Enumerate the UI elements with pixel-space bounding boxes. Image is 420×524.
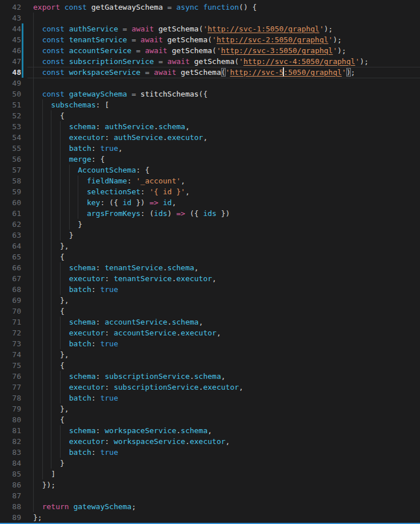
gutter[interactable]: 44 — [0, 23, 33, 34]
gutter[interactable]: 77 — [0, 382, 33, 393]
line-number[interactable]: 87 — [0, 490, 21, 501]
gutter[interactable]: 64 — [0, 241, 33, 251]
code-content[interactable]: }); — [33, 479, 420, 490]
code-content[interactable]: batch: true, — [33, 143, 420, 154]
code-line-75[interactable]: 75 { — [0, 360, 420, 371]
code-line-73[interactable]: 73 batch: true — [0, 338, 420, 349]
code-content[interactable] — [33, 490, 420, 501]
code-content[interactable]: ] — [33, 469, 420, 479]
line-number[interactable]: 74 — [0, 349, 21, 360]
code-content[interactable]: batch: true — [33, 393, 420, 403]
gutter[interactable]: 74 — [0, 349, 33, 360]
code-line-58[interactable]: 58 fieldName: '_account', — [0, 175, 420, 186]
code-line-86[interactable]: 86 }); — [0, 479, 420, 490]
gutter[interactable]: 50 — [0, 89, 33, 99]
code-content[interactable]: const workspaceService = await getSchema… — [33, 67, 420, 78]
code-line-46[interactable]: 46 const accountService = await getSchem… — [0, 45, 420, 56]
code-content[interactable]: executor: authService.executor, — [33, 132, 420, 143]
code-content[interactable]: schema: subscriptionService.schema, — [33, 371, 420, 382]
code-line-85[interactable]: 85 ] — [0, 469, 420, 479]
gutter[interactable]: 71 — [0, 317, 33, 327]
code-line-68[interactable]: 68 batch: true — [0, 284, 420, 295]
line-number[interactable]: 65 — [0, 251, 21, 262]
code-line-74[interactable]: 74 }, — [0, 349, 420, 360]
gutter[interactable]: 76 — [0, 371, 33, 382]
line-number[interactable]: 55 — [0, 143, 21, 154]
code-line-49[interactable]: 49 — [0, 78, 420, 89]
code-content[interactable]: schema: tenantService.schema, — [33, 262, 420, 273]
gutter[interactable]: 54 — [0, 132, 33, 143]
code-content[interactable]: executor: subscriptionService.executor, — [33, 382, 420, 393]
code-line-67[interactable]: 67 executor: tenantService.executor, — [0, 273, 420, 284]
code-content[interactable]: batch: true — [33, 284, 420, 295]
line-number[interactable]: 70 — [0, 306, 21, 317]
line-number[interactable]: 51 — [0, 99, 21, 110]
code-line-53[interactable]: 53 schema: authService.schema, — [0, 121, 420, 132]
code-content[interactable]: export const getGatewaySchema = async fu… — [33, 2, 420, 13]
gutter[interactable]: 85 — [0, 469, 33, 479]
gutter[interactable]: 72 — [0, 327, 33, 338]
code-line-47[interactable]: 47 const subscriptionService = await get… — [0, 56, 420, 67]
code-content[interactable]: const accountService = await getSchema('… — [33, 45, 420, 56]
line-number[interactable]: 48 — [0, 67, 21, 78]
code-line-64[interactable]: 64 }, — [0, 241, 420, 251]
gutter[interactable]: 79 — [0, 403, 33, 414]
line-number[interactable]: 72 — [0, 327, 21, 338]
line-number[interactable]: 58 — [0, 175, 21, 186]
line-number[interactable]: 67 — [0, 273, 21, 284]
line-number[interactable]: 46 — [0, 45, 21, 56]
gutter[interactable]: 84 — [0, 458, 33, 469]
code-content[interactable]: { — [33, 414, 420, 425]
code-content[interactable]: }, — [33, 403, 420, 414]
code-content[interactable]: subschemas: [ — [33, 99, 420, 110]
code-content[interactable]: schema: authService.schema, — [33, 121, 420, 132]
line-number[interactable]: 54 — [0, 132, 21, 143]
code-line-84[interactable]: 84 } — [0, 458, 420, 469]
line-number[interactable]: 57 — [0, 165, 21, 175]
code-line-50[interactable]: 50 const gatewaySchema = stitchSchemas({ — [0, 89, 420, 99]
gutter[interactable]: 62 — [0, 219, 33, 230]
code-line-59[interactable]: 59 selectionSet: '{ id }', — [0, 186, 420, 197]
code-content[interactable]: fieldName: '_account', — [33, 175, 420, 186]
gutter[interactable]: 51 — [0, 99, 33, 110]
line-number[interactable]: 89 — [0, 512, 21, 523]
line-number[interactable]: 85 — [0, 469, 21, 479]
gutter[interactable]: 68 — [0, 284, 33, 295]
git-modified-indicator[interactable] — [22, 45, 23, 56]
code-line-66[interactable]: 66 schema: tenantService.schema, — [0, 262, 420, 273]
code-content[interactable]: schema: accountService.schema, — [33, 317, 420, 327]
code-line-44[interactable]: 44 const authService = await getSchema('… — [0, 23, 420, 34]
gutter[interactable]: 66 — [0, 262, 33, 273]
code-line-62[interactable]: 62 } — [0, 219, 420, 230]
gutter[interactable]: 63 — [0, 230, 33, 241]
line-number[interactable]: 62 — [0, 219, 21, 230]
code-content[interactable]: } — [33, 458, 420, 469]
code-content[interactable]: const tenantService = await getSchema('h… — [33, 34, 420, 45]
code-content[interactable]: } — [33, 219, 420, 230]
line-number[interactable]: 66 — [0, 262, 21, 273]
code-content[interactable]: } — [33, 230, 420, 241]
line-number[interactable]: 47 — [0, 56, 21, 67]
code-line-55[interactable]: 55 batch: true, — [0, 143, 420, 154]
gutter[interactable]: 65 — [0, 251, 33, 262]
code-content[interactable]: batch: true — [33, 338, 420, 349]
git-modified-indicator[interactable] — [22, 56, 23, 67]
line-number[interactable]: 64 — [0, 241, 21, 251]
code-line-61[interactable]: 61 argsFromKeys: (ids) => ({ ids }) — [0, 208, 420, 219]
line-number[interactable]: 50 — [0, 89, 21, 99]
gutter[interactable]: 56 — [0, 154, 33, 165]
code-content[interactable]: }, — [33, 241, 420, 251]
gutter[interactable]: 48 — [0, 67, 33, 78]
gutter[interactable]: 43 — [0, 13, 33, 23]
git-modified-indicator[interactable] — [22, 23, 23, 34]
code-content[interactable]: AccountSchema: { — [33, 165, 420, 175]
gutter[interactable]: 80 — [0, 414, 33, 425]
code-line-79[interactable]: 79 }, — [0, 403, 420, 414]
code-line-83[interactable]: 83 batch: true — [0, 447, 420, 458]
gutter[interactable]: 82 — [0, 436, 33, 447]
line-number[interactable]: 82 — [0, 436, 21, 447]
code-content[interactable]: return gatewaySchema; — [33, 501, 420, 512]
code-line-80[interactable]: 80 { — [0, 414, 420, 425]
line-number[interactable]: 83 — [0, 447, 21, 458]
code-content[interactable]: argsFromKeys: (ids) => ({ ids }) — [33, 208, 420, 219]
